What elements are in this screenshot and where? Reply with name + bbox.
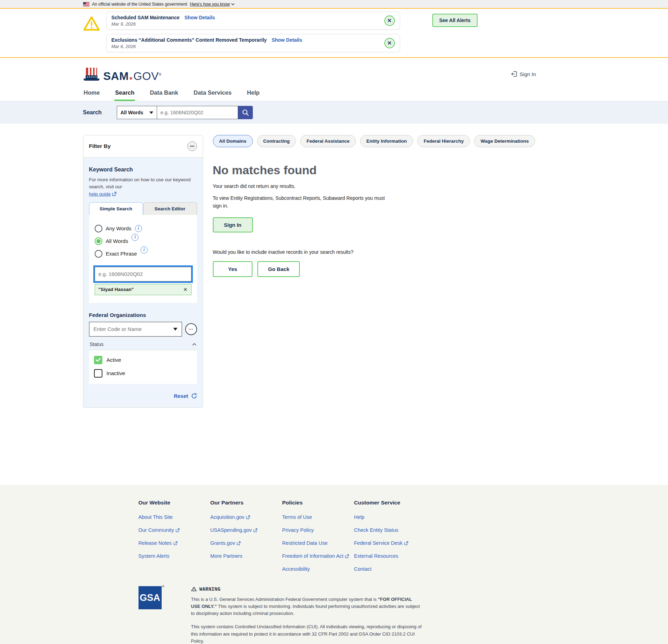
footer-link-help[interactable]: Help	[354, 514, 365, 520]
footer-column-our-website: Our Website About This Site Our Communit…	[139, 500, 210, 572]
checkbox-active[interactable]	[94, 356, 102, 364]
sign-in-note: To view Entity Registrations, Subcontrac…	[213, 195, 388, 210]
footer-link-usaspending-gov[interactable]: USASpending.gov	[210, 527, 258, 533]
footer-link-about-this-site[interactable]: About This Site	[139, 514, 173, 520]
footer-link-acquisition-gov[interactable]: Acquisition.gov	[210, 514, 250, 520]
uncle-sam-hat-icon	[83, 66, 101, 82]
checkbox-inactive-label: Inactive	[107, 370, 125, 377]
info-icon[interactable]: i	[135, 225, 142, 232]
tab-search-editor[interactable]: Search Editor	[143, 202, 197, 215]
info-icon[interactable]: i	[141, 246, 148, 253]
radio-any-words[interactable]	[95, 225, 102, 232]
nav-item-help[interactable]: Help	[246, 85, 260, 101]
filter-by-title: Filter By	[89, 143, 111, 149]
footer-link-more-partners[interactable]: More Partners	[210, 553, 243, 559]
gov-banner: An official website of the United States…	[0, 0, 668, 8]
nav-item-data-bank[interactable]: Data Bank	[149, 85, 179, 101]
pill-all-domains[interactable]: All Domains	[213, 135, 253, 147]
nav-item-data-services[interactable]: Data Services	[193, 85, 232, 101]
minus-icon	[190, 146, 194, 147]
keyword-search-input[interactable]	[95, 267, 191, 282]
sam-gov-logo[interactable]: SAM★GOV®	[83, 66, 162, 82]
alert-card: Exclusions “Additional Comments” Content…	[106, 34, 400, 52]
see-all-alerts-button[interactable]: See All Alerts	[432, 14, 478, 27]
keyword-tag-close-icon[interactable]: ✕	[183, 287, 188, 292]
info-icon[interactable]: i	[131, 234, 139, 241]
alert-show-details-link[interactable]: Show Details	[184, 15, 215, 20]
alert-list: Scheduled SAM Maintenance Show Details M…	[106, 12, 400, 52]
footer-link-accessibility[interactable]: Accessibility	[282, 566, 310, 572]
global-search-input[interactable]	[157, 106, 238, 119]
external-link-icon	[174, 541, 177, 545]
nav-item-home[interactable]: Home	[83, 85, 101, 101]
warning-paragraph-2: This system contains Controlled Unclassi…	[191, 623, 423, 644]
external-link-icon	[246, 515, 250, 519]
close-icon: ✕	[387, 18, 392, 24]
pill-federal-hierarchy[interactable]: Federal Hierarchy	[417, 135, 470, 147]
header-sign-in-link[interactable]: Sign In	[511, 71, 536, 77]
federal-org-more-button[interactable]: ...	[185, 323, 197, 335]
checkbox-inactive[interactable]	[94, 369, 102, 378]
alerts-band: Scheduled SAM Maintenance Show Details M…	[0, 8, 668, 58]
warning-heading: WARNING	[191, 586, 423, 592]
external-link-icon	[176, 528, 180, 532]
alert-card: Scheduled SAM Maintenance Show Details M…	[106, 12, 400, 30]
alert-title: Scheduled SAM Maintenance	[112, 15, 180, 20]
footer-link-system-alerts[interactable]: System Alerts	[139, 553, 170, 559]
radio-all-words[interactable]	[95, 237, 102, 245]
chevron-down-icon	[231, 3, 235, 5]
domain-filter-pills: All Domains Contracting Federal Assistan…	[213, 135, 585, 147]
inactive-records-question: Would you like to include inactive recor…	[213, 249, 585, 255]
footer-link-federal-service-desk[interactable]: Federal Service Desk	[354, 540, 409, 546]
pill-federal-assistance[interactable]: Federal Assistance	[300, 135, 356, 147]
pill-entity-information[interactable]: Entity Information	[360, 135, 413, 147]
alert-close-button[interactable]: ✕	[384, 15, 395, 26]
refresh-icon	[191, 393, 197, 399]
yes-button[interactable]: Yes	[213, 261, 253, 277]
pill-contracting[interactable]: Contracting	[257, 135, 296, 147]
go-back-button[interactable]: Go Back	[257, 261, 300, 277]
search-submit-button[interactable]	[238, 106, 253, 119]
pill-wage-determinations[interactable]: Wage Determinations	[474, 135, 535, 147]
chevron-up-icon[interactable]	[192, 343, 196, 346]
nav-item-search[interactable]: Search	[114, 85, 135, 101]
alert-title: Exclusions “Additional Comments” Content…	[112, 37, 267, 43]
search-mode-select[interactable]: All Words	[117, 106, 157, 119]
search-icon	[242, 109, 249, 116]
us-flag-icon	[83, 2, 89, 6]
federal-org-select[interactable]: Enter Code or Name	[89, 322, 182, 337]
footer-link-check-entity-status[interactable]: Check Entity Status	[354, 527, 399, 533]
footer-link-release-notes[interactable]: Release Notes	[139, 540, 177, 546]
federal-organizations-heading: Federal Organizations	[89, 312, 197, 318]
footer-link-grants-gov[interactable]: Grants.gov	[210, 540, 241, 546]
external-link-icon	[254, 528, 257, 532]
check-icon	[96, 358, 101, 362]
footer-link-terms-of-use[interactable]: Terms of Use	[282, 514, 312, 520]
external-link-icon	[404, 541, 408, 545]
keyword-info-text: For more information on how to use our k…	[89, 176, 197, 191]
footer-link-privacy-policy[interactable]: Privacy Policy	[282, 527, 314, 533]
external-link-icon	[112, 192, 116, 196]
reset-filters-link[interactable]: Reset	[174, 393, 197, 399]
warning-icon	[191, 587, 197, 591]
footer-link-contact[interactable]: Contact	[354, 566, 372, 572]
footer-column-customer-service: Customer Service Help Check Entity Statu…	[354, 500, 426, 572]
footer-link-external-resources[interactable]: External Resources	[354, 553, 399, 559]
alert-date: Mar 6, 2026	[112, 44, 302, 49]
gov-banner-how-link[interactable]: Here's how you know	[190, 2, 235, 7]
alert-show-details-link[interactable]: Show Details	[272, 37, 302, 43]
alert-date: Mar 9, 2026	[112, 21, 215, 27]
sign-in-button[interactable]: Sign In	[213, 217, 253, 232]
simple-search-panel: Any Words i All Words i Exact Phrase i	[89, 215, 197, 303]
help-guide-link[interactable]: help guide	[89, 191, 116, 197]
filter-collapse-button[interactable]	[187, 141, 197, 151]
gov-banner-text: An official website of the United States…	[92, 2, 187, 7]
caret-down-icon	[149, 111, 153, 114]
footer-link-our-community[interactable]: Our Community	[139, 527, 180, 533]
tab-simple-search[interactable]: Simple Search	[89, 202, 143, 215]
status-options: Active Inactive	[89, 350, 197, 384]
footer-link-restricted-data-use[interactable]: Restricted Data Use	[282, 540, 328, 546]
footer-link-foia[interactable]: Freedom of Information Act	[282, 553, 349, 559]
alert-close-button[interactable]: ✕	[384, 38, 395, 48]
radio-exact-phrase[interactable]	[95, 250, 102, 258]
